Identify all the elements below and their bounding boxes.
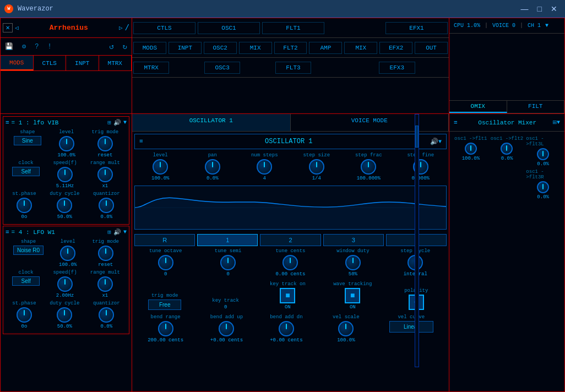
bend-add-dn-knob[interactable]: [279, 321, 294, 336]
lfo2-quant-knob[interactable]: [99, 307, 114, 323]
nav-row-2: MODS INPT OSC2 MIX FLT2 AMP MIX EFX2 OUT: [132, 38, 449, 58]
nav-ctls[interactable]: CTLS: [133, 22, 195, 34]
lfo2-trig-knob[interactable]: [98, 246, 113, 261]
mixer-flt2-knob[interactable]: [501, 143, 513, 155]
lfo2-duty-knob[interactable]: [57, 307, 72, 323]
key-track-on-toggle[interactable]: ■: [280, 288, 295, 303]
tab-filt[interactable]: FILT: [507, 101, 565, 113]
mixer-flt3l-knob[interactable]: [537, 148, 549, 160]
mixer-dropdown-icon[interactable]: ▼: [557, 119, 560, 126]
trig-mode-button[interactable]: Free: [148, 300, 181, 310]
close-preset-button[interactable]: ✕: [3, 23, 13, 32]
undo-right-icon[interactable]: ↻: [123, 42, 127, 51]
nav-mtrx[interactable]: MTRX: [133, 62, 169, 74]
bend-add-up-knob[interactable]: [219, 321, 234, 336]
step-btn-2[interactable]: 2: [260, 234, 320, 246]
maximize-button[interactable]: □: [534, 3, 545, 14]
vel-curve-button[interactable]: Linear: [389, 321, 433, 333]
lfo1-quant-knob[interactable]: [99, 198, 114, 213]
bend-range-knob[interactable]: [158, 321, 173, 336]
nav-inpt[interactable]: INPT: [169, 42, 202, 54]
lfo2-speaker-icon[interactable]: 🔊: [113, 228, 121, 236]
undo-left-icon[interactable]: ↺: [109, 42, 113, 51]
tab-omix[interactable]: OMIX: [449, 101, 507, 113]
param-stepfrac-value: 100.000%: [357, 176, 381, 181]
step-btn-r[interactable]: R: [134, 234, 195, 246]
tune-octave-knob[interactable]: [158, 255, 173, 270]
app-icon: W: [4, 4, 13, 13]
close-button[interactable]: ✕: [547, 3, 561, 14]
mixer-cell-empty1: [454, 169, 488, 200]
nav-osc2[interactable]: OSC2: [204, 42, 237, 54]
lfo1-stphase-knob[interactable]: [17, 198, 32, 213]
tab-mtrx[interactable]: MTRX: [99, 56, 132, 70]
lfo2-speed-knob[interactable]: [57, 276, 73, 292]
settings-icon[interactable]: ⚙: [22, 42, 26, 51]
help-icon[interactable]: ?: [35, 43, 39, 51]
param-stepsize-knob[interactable]: [309, 159, 324, 175]
nav-osc3[interactable]: OSC3: [204, 62, 240, 74]
nav-amp[interactable]: AMP: [309, 42, 342, 54]
lfo1-range-knob[interactable]: [97, 167, 113, 182]
exclaim-icon[interactable]: !: [47, 43, 51, 51]
lfo2-dropdown-icon[interactable]: ▼: [123, 229, 127, 235]
param-level: level 100.0%: [144, 153, 177, 181]
tab-ctls[interactable]: CTLS: [34, 56, 67, 70]
nav-mix1[interactable]: MIX: [239, 42, 272, 54]
nav-efx2[interactable]: EFX2: [379, 42, 412, 54]
osc-scrollbar[interactable]: [415, 114, 419, 367]
tune-cents-knob[interactable]: [282, 255, 298, 270]
tab-mods[interactable]: MODS: [1, 56, 34, 70]
param-numsteps-knob[interactable]: [257, 159, 272, 175]
lfo1-speaker-icon[interactable]: 🔊: [113, 119, 121, 126]
osc-speaker-icon[interactable]: 🔊: [430, 138, 438, 146]
lfo2-level-knob[interactable]: [60, 246, 75, 261]
lfo2-shape-label: shape: [21, 239, 36, 244]
lfo1-grid-icon[interactable]: ⊞: [107, 119, 111, 126]
lfo1-clock-button[interactable]: Self: [12, 167, 40, 176]
lfo2-eq-icon: =: [6, 229, 9, 236]
tab-inpt[interactable]: INPT: [66, 56, 99, 70]
nav-mix2[interactable]: MIX: [344, 42, 377, 54]
osc-scroll-thumb[interactable]: [415, 126, 419, 148]
lfo2-shape-button[interactable]: Noise R0: [13, 246, 44, 255]
ch-dropdown-icon[interactable]: ▼: [545, 23, 548, 29]
lfo1-level-knob[interactable]: [59, 136, 74, 151]
nav-efx3[interactable]: EFX3: [379, 62, 415, 74]
nav-flt2[interactable]: FLT2: [274, 42, 307, 54]
param-pan-knob[interactable]: [205, 159, 220, 175]
lfo1-dropdown-icon[interactable]: ▼: [123, 119, 127, 126]
nav-efx1[interactable]: EFX1: [385, 22, 448, 34]
step-btn-3[interactable]: 3: [323, 234, 384, 246]
nav-osc1[interactable]: OSC1: [198, 22, 260, 34]
tune-semi-knob[interactable]: [220, 255, 236, 270]
window-duty-knob[interactable]: [345, 255, 361, 270]
lfo1-shape-button[interactable]: Sine: [14, 136, 41, 145]
lfo2-clock-button[interactable]: Self: [12, 276, 40, 286]
osc-dropdown-icon[interactable]: ▼: [438, 139, 442, 145]
osc-tab-voice-mode[interactable]: VOICE MODE: [291, 114, 449, 131]
lfo1-duty-knob[interactable]: [57, 198, 72, 213]
vel-scale-knob[interactable]: [338, 321, 354, 336]
wave-tracking-toggle[interactable]: ■: [345, 288, 360, 303]
param-level-knob[interactable]: [153, 159, 168, 175]
nav-flt3[interactable]: FLT3: [275, 62, 311, 74]
lfo2-grid-icon[interactable]: ⊞: [107, 228, 111, 236]
lfo1-trig-knob[interactable]: [97, 136, 113, 151]
lfo2-range-knob[interactable]: [97, 276, 113, 292]
mixer-flt1-knob[interactable]: [465, 143, 477, 155]
param-stepfrac-knob[interactable]: [361, 159, 376, 175]
osc-tab-osc1[interactable]: OSCILLATOR 1: [132, 114, 291, 131]
mixer-flt3l-value: 0.0%: [537, 161, 549, 167]
mixer-flt3r-knob[interactable]: [537, 181, 549, 193]
nav-flt1[interactable]: FLT1: [262, 22, 324, 34]
lfo2-stphase-knob[interactable]: [17, 307, 32, 323]
minimize-button[interactable]: —: [518, 3, 532, 14]
step-btn-1[interactable]: 1: [197, 234, 258, 246]
lfo1-speed-knob[interactable]: [57, 167, 73, 182]
mixer-grid-icon[interactable]: ⊞: [553, 118, 557, 127]
nav-mods[interactable]: MODS: [133, 42, 166, 54]
lfo1-name: = 1 : lfo VIB: [12, 119, 59, 126]
save-icon[interactable]: 💾: [5, 42, 13, 51]
nav-out[interactable]: OUT: [415, 42, 448, 54]
